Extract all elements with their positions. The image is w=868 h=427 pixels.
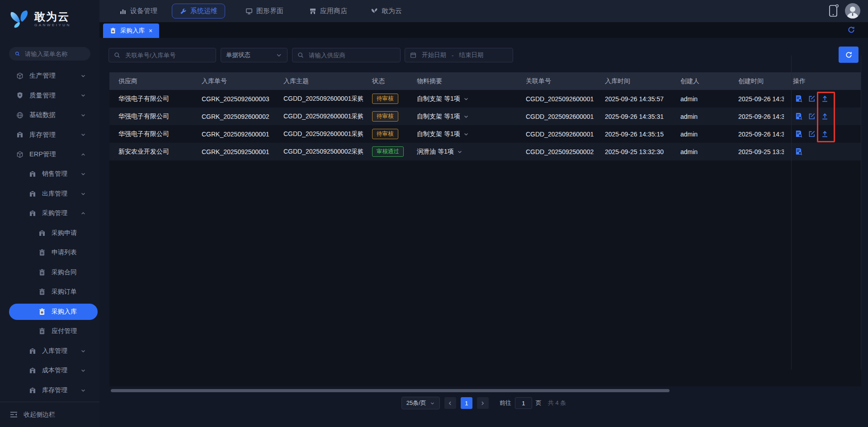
status-badge: 待审核 (372, 111, 398, 122)
house-icon (38, 230, 46, 237)
sidebar-item-采购订单[interactable]: 采购订单 (0, 282, 99, 302)
chevron-down-icon[interactable] (463, 96, 469, 102)
brand-subtitle: GANWEIYUN (34, 23, 71, 27)
cell-related_no: CGDD_2025092600001 (517, 131, 596, 138)
sidebar-menu: 生产管理质量管理基础数据库存管理ERP管理销售管理出库管理采购管理采购申请申请列… (0, 62, 99, 402)
butterfly-logo-icon (9, 9, 30, 28)
tab-purchase-inbound[interactable]: 采购入库 × (103, 23, 159, 38)
sidebar-item-label: 采购订单 (52, 288, 77, 296)
search-icon (297, 52, 304, 58)
sidebar-item-基础数据[interactable]: 基础数据 (0, 105, 99, 125)
detail-icon[interactable] (795, 148, 802, 155)
sidebar-item-采购入库-active[interactable]: 采购入库 (9, 304, 98, 320)
sidebar-item-成本管理[interactable]: 成本管理 (0, 361, 99, 381)
collapse-label: 收起侧边栏 (24, 411, 55, 419)
table-header: 供应商入库单号入库主题状态物料摘要关联单号入库时间创建人创建时间操作 (109, 72, 861, 90)
phone-icon[interactable] (828, 4, 839, 18)
detail-icon[interactable] (795, 95, 802, 103)
date-start-placeholder: 开始日期 (422, 51, 446, 59)
brand-name: 敢为云 (34, 11, 71, 22)
sidebar-item-采购管理[interactable]: 采购管理 (0, 204, 99, 224)
sidebar-item-ERP管理[interactable]: ERP管理 (0, 145, 99, 164)
cell-subject: CGDD_2025092600001采购订 (274, 113, 363, 121)
cell-order_no: CGRK_2025092600001 (193, 131, 274, 138)
order-search-input[interactable] (124, 52, 211, 59)
sidebar-item-生产管理[interactable]: 生产管理 (0, 66, 99, 86)
page-number-1[interactable]: 1 (461, 397, 472, 409)
table-empty-area (109, 160, 861, 386)
column-divider (791, 56, 792, 370)
close-icon[interactable]: × (149, 28, 152, 34)
detail-icon[interactable] (795, 113, 802, 120)
sidebar-item-label: 成本管理 (42, 366, 67, 375)
tab-graphic-ui[interactable]: 图形界面 (245, 0, 283, 22)
sidebar-item-采购申请[interactable]: 采购申请 (0, 223, 99, 243)
detail-icon[interactable] (795, 130, 802, 138)
trash-icon (38, 249, 46, 256)
cell-supplier: 新安农业开发公司 (109, 148, 193, 156)
next-page-button[interactable] (477, 397, 489, 409)
cell-in_time: 2025-09-26 14:35:57 (596, 95, 671, 103)
supplier-search-input[interactable] (308, 52, 395, 59)
edit-icon[interactable] (808, 113, 816, 120)
sidebar-item-label: 采购管理 (42, 209, 67, 217)
cell-supplier: 华强电子有限公司 (109, 130, 193, 138)
tab-ganweiyun[interactable]: 敢为云 (371, 0, 402, 22)
column-header-4: 状态 (363, 77, 408, 85)
cell-supplier: 华强电子有限公司 (109, 113, 193, 121)
house-icon (29, 387, 36, 394)
supplier-search-field[interactable] (292, 48, 401, 62)
edit-icon[interactable] (808, 130, 816, 138)
search-icon (15, 51, 20, 57)
sidebar-item-入库管理[interactable]: 入库管理 (0, 341, 99, 361)
sidebar-item-质量管理[interactable]: 质量管理 (0, 86, 99, 106)
sidebar-item-label: 质量管理 (29, 91, 56, 100)
bird-icon (371, 8, 378, 15)
goto-page-input[interactable] (515, 397, 532, 409)
prev-icon (448, 401, 453, 406)
topbar: 设备管理 系统运维 图形界面 应用商店 敢为云 (99, 0, 868, 22)
avatar[interactable] (845, 3, 860, 19)
chevron-down-icon[interactable] (457, 149, 462, 155)
refresh-icon[interactable] (847, 26, 855, 34)
chevron-down-icon[interactable] (463, 114, 469, 119)
house-icon (29, 367, 36, 374)
status-select[interactable]: 单据状态 (221, 48, 288, 62)
monitor-icon (245, 8, 253, 15)
submit-icon[interactable] (821, 113, 829, 120)
cell-order_no: CGRK_2025092600002 (193, 113, 274, 120)
status-select-value: 单据状态 (226, 51, 250, 59)
page-size-select[interactable]: 25条/页 (401, 397, 440, 409)
collapse-sidebar-button[interactable]: 收起侧边栏 (0, 402, 99, 427)
menu-search[interactable] (9, 47, 90, 61)
cell-status: 待审核 (363, 111, 408, 122)
cell-creator: admin (671, 95, 729, 103)
cell-created: 2025-09-26 14:35 (729, 131, 784, 138)
chevron-down-icon (80, 368, 86, 373)
sidebar-item-销售管理[interactable]: 销售管理 (0, 164, 99, 184)
tab-app-store[interactable]: 应用商店 (309, 0, 347, 22)
tab-device-management[interactable]: 设备管理 (119, 0, 157, 22)
submit-icon[interactable] (821, 130, 829, 138)
horizontal-scrollbar[interactable] (111, 389, 670, 392)
sidebar-item-label: 申请列表 (52, 249, 77, 257)
menu-search-input[interactable] (24, 50, 85, 58)
prev-page-button[interactable] (444, 397, 456, 409)
shield-icon (16, 92, 24, 99)
sidebar-item-应付管理[interactable]: 应付管理 (0, 322, 99, 342)
sidebar-item-采购合同[interactable]: 采购合同 (0, 263, 99, 282)
nav-label: 图形界面 (256, 7, 283, 15)
tab-system-ops[interactable]: 系统运维 (172, 4, 225, 19)
sidebar-item-库存管理[interactable]: 库存管理 (0, 380, 99, 400)
submit-icon[interactable] (821, 95, 829, 103)
chevron-down-icon[interactable] (463, 131, 469, 137)
edit-icon[interactable] (808, 95, 816, 103)
date-range-picker[interactable]: 开始日期 - 结束日期 (405, 48, 513, 62)
sidebar-item-出库管理[interactable]: 出库管理 (0, 184, 99, 204)
refresh-button[interactable] (839, 47, 859, 63)
sidebar-item-库存管理[interactable]: 库存管理 (0, 125, 99, 145)
sidebar-item-label: 采购合同 (52, 268, 77, 277)
cell-status: 待审核 (363, 129, 408, 139)
order-search-field[interactable] (108, 48, 216, 62)
sidebar-item-申请列表[interactable]: 申请列表 (0, 243, 99, 263)
